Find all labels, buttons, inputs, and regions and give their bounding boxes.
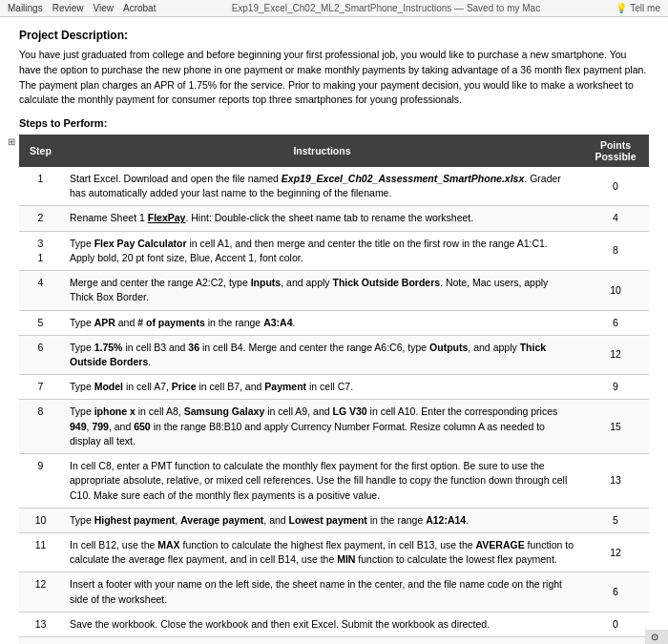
total-points: 100 [582,637,649,644]
instruction-cell: In cell C8, enter a PMT function to calc… [62,454,582,509]
instruction-cell: Save the workbook. Close the workbook an… [62,612,582,636]
table-row: 31Type Flex Pay Calculator in cell A1, a… [19,231,649,270]
tell-me-box[interactable]: 💡 Tell me [616,3,660,13]
step-number: 8 [19,400,62,454]
step-number: 12 [19,572,62,612]
total-empty [19,637,62,644]
header-instructions: Instructions [62,135,582,167]
points-cell: 13 [582,454,649,509]
instruction-cell: Insert a footer with your name on the le… [62,572,582,612]
instruction-cell: Type iphone x in cell A8, Samsung Galaxy… [62,400,582,454]
tell-me-label[interactable]: Tell me [630,3,660,13]
table-row: 8Type iphone x in cell A8, Samsung Galax… [19,400,649,454]
step-number: 7 [19,375,62,400]
title-bar: Mailings Review View Acrobat Exp19_Excel… [0,0,668,17]
table-row: 5Type APR and # of payments in the range… [19,310,649,335]
content-area: Project Description: You have just gradu… [0,17,668,644]
step-number: 31 [19,231,62,270]
table-row: 6Type 1.75% in cell B3 and 36 in cell B4… [19,335,649,374]
table-row: 11In cell B12, use the MAX function to c… [19,532,649,571]
menu-acrobat[interactable]: Acrobat [123,3,156,13]
points-cell: 5 [582,508,649,532]
points-cell: 12 [582,335,649,374]
main-window: Mailings Review View Acrobat Exp19_Excel… [0,0,668,644]
step-number: 9 [19,454,62,509]
table-row: 12Insert a footer with your name on the … [19,572,649,612]
points-cell: 6 [582,310,649,335]
instruction-cell: Type 1.75% in cell B3 and 36 in cell B4.… [62,335,582,374]
table-row: 2Rename Sheet 1 FlexPay. Hint: Double-cl… [19,206,649,231]
menu-mailings[interactable]: Mailings [8,3,43,13]
instruction-cell: Type Model in cell A7, Price in cell B7,… [62,375,582,400]
points-cell: 4 [582,206,649,231]
menu-bar[interactable]: Mailings Review View Acrobat [8,3,156,13]
instruction-cell: Type APR and # of payments in the range … [62,310,582,335]
points-cell: 15 [582,400,649,454]
instruction-cell: In cell B12, use the MAX function to cal… [62,532,582,571]
step-number: 5 [19,310,62,335]
file-title: Exp19_Excel_Ch02_ML2_SmartPhone_Instruct… [167,3,604,13]
table-row: 13Save the workbook. Close the workbook … [19,612,649,636]
points-cell: 6 [582,572,649,612]
instruction-cell: Rename Sheet 1 FlexPay. Hint: Double-cli… [62,206,582,231]
steps-container: ⊞ Step Instructions PointsPossible 1Star… [19,135,649,644]
total-label: Total Points [62,637,582,644]
steps-title: Steps to Perform: [19,117,649,129]
step-number: 2 [19,206,62,231]
points-cell: 0 [582,167,649,206]
points-cell: 8 [582,231,649,270]
table-row: 7Type Model in cell A7, Price in cell B7… [19,375,649,400]
step-number: 13 [19,612,62,636]
instruction-cell: Type Flex Pay Calculator in cell A1, and… [62,231,582,270]
points-cell: 0 [582,612,649,636]
lightbulb-icon: 💡 [616,3,627,13]
table-row: 10Type Highest payment, Average payment,… [19,508,649,532]
step-number: 1 [19,167,62,206]
expand-icon[interactable]: ⊞ [8,136,15,147]
instruction-cell: Type Highest payment, Average payment, a… [62,508,582,532]
project-title: Project Description: [19,29,649,42]
total-row: Total Points100 [19,637,649,644]
steps-table: Step Instructions PointsPossible 1Start … [19,135,649,644]
focus-bar[interactable]: ⊙ [645,630,668,644]
points-cell: 9 [582,375,649,400]
menu-review[interactable]: Review [52,3,84,13]
focus-icon: ⊙ [651,632,658,642]
menu-view[interactable]: View [93,3,114,13]
points-cell: 10 [582,271,649,310]
step-number: 6 [19,335,62,374]
table-row: 4Merge and center the range A2:C2, type … [19,271,649,310]
project-description: You have just graduated from college and… [19,48,649,108]
instruction-cell: Merge and center the range A2:C2, type I… [62,271,582,310]
step-number: 10 [19,508,62,532]
table-row: 9In cell C8, enter a PMT function to cal… [19,454,649,509]
points-cell: 12 [582,532,649,571]
table-header-row: Step Instructions PointsPossible [19,135,649,167]
table-row: 1Start Excel. Download and open the file… [19,167,649,206]
header-points: PointsPossible [582,135,649,167]
instruction-cell: Start Excel. Download and open the file … [62,167,582,206]
step-number: 4 [19,271,62,310]
step-number: 11 [19,532,62,571]
header-step: Step [19,135,62,167]
